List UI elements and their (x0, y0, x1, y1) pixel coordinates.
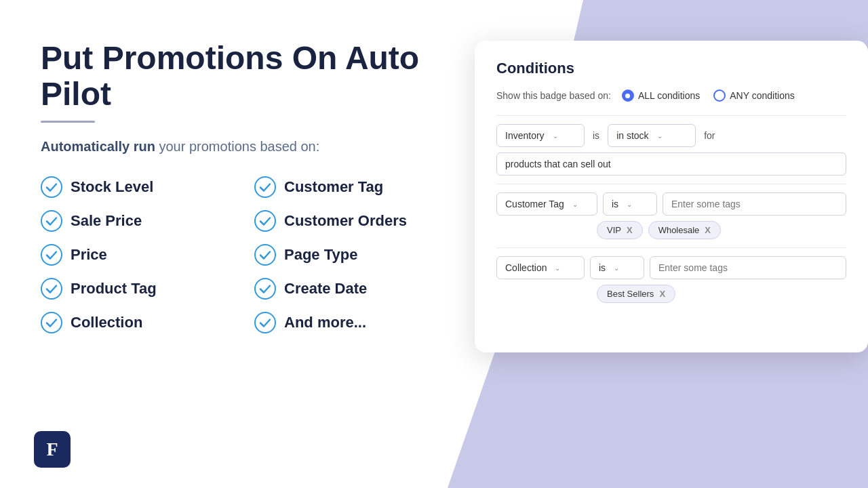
inventory-field-arrow: ⌄ (553, 132, 558, 140)
svg-point-5 (255, 245, 275, 265)
collection-operator-label: is (599, 262, 606, 273)
svg-point-6 (41, 279, 62, 299)
feature-label: Customer Tag (284, 178, 383, 196)
customer-tag-tags-row: VIP X Wholesale X (597, 221, 846, 239)
check-icon (254, 210, 276, 232)
customer-tag-op-arrow: ⌄ (627, 201, 632, 208)
svg-point-1 (255, 177, 275, 197)
condition-row-inventory: Inventory ⌄ is in stock ⌄ for products t… (496, 124, 846, 176)
best-sellers-tag-remove[interactable]: X (659, 289, 665, 299)
vip-tag-remove[interactable]: X (627, 225, 633, 235)
collection-field-arrow: ⌄ (555, 264, 560, 272)
all-label: ALL conditions (638, 90, 700, 101)
any-conditions-option[interactable]: ANY conditions (713, 89, 794, 102)
inventory-field-select[interactable]: Inventory ⌄ (496, 124, 585, 147)
feature-label: Stock Level (71, 178, 153, 196)
feature-label: Sale Price (71, 212, 142, 230)
all-radio[interactable] (622, 89, 634, 102)
collection-field-select[interactable]: Collection ⌄ (496, 256, 585, 279)
feature-label: Page Type (284, 246, 357, 264)
vip-tag-label: VIP (607, 225, 621, 235)
right-panel: Conditions Show this badge based on: ALL… (475, 41, 868, 461)
feature-item: Customer Orders (254, 210, 448, 232)
subtitle: Automatically run your promotions based … (41, 139, 448, 155)
svg-point-7 (255, 279, 275, 299)
customer-tag-operator-label: is (612, 199, 618, 209)
subtitle-rest: your promotions based on: (155, 139, 319, 154)
wholesale-tag-label: Wholesale (658, 225, 700, 235)
app-logo: F (34, 431, 71, 468)
any-label: ANY conditions (730, 90, 794, 101)
inventory-field-label: Inventory (505, 130, 545, 141)
inventory-for-value: products that can sell out (496, 152, 846, 176)
svg-point-9 (255, 312, 275, 333)
customer-tag-operator-select[interactable]: is ⌄ (603, 192, 657, 216)
inventory-value-select[interactable]: in stock ⌄ (608, 124, 696, 147)
feature-item: Sale Price (41, 210, 234, 232)
feature-item: And more... (254, 312, 448, 333)
customer-tag-arrow: ⌄ (572, 201, 578, 208)
check-icon (254, 278, 276, 300)
inventory-value-arrow: ⌄ (657, 132, 663, 140)
feature-item: Collection (41, 312, 234, 333)
card-title: Conditions (496, 60, 846, 77)
condition-row-customer-tag: Customer Tag ⌄ is ⌄ (496, 192, 846, 216)
feature-label: Create Date (284, 280, 367, 298)
collection-field-label: Collection (505, 262, 547, 273)
conditions-card: Conditions Show this badge based on: ALL… (475, 41, 868, 352)
feature-label: Product Tag (71, 280, 157, 298)
feature-item: Stock Level (41, 176, 234, 198)
collection-operator-select[interactable]: is ⌄ (590, 256, 644, 279)
divider-1 (496, 115, 846, 116)
feature-label: Collection (71, 314, 142, 331)
svg-point-3 (255, 211, 275, 231)
page-title: Put Promotions On Auto Pilot (41, 41, 448, 113)
feature-label: Price (71, 246, 107, 264)
check-icon (41, 244, 62, 266)
feature-item: Product Tag (41, 278, 234, 300)
feature-label: Customer Orders (284, 212, 407, 230)
badge-label: Show this badge based on: (496, 90, 611, 101)
check-icon (254, 176, 276, 198)
title-divider (41, 121, 95, 123)
feature-item: Customer Tag (254, 176, 448, 198)
all-conditions-option[interactable]: ALL conditions (622, 89, 700, 102)
check-icon (254, 244, 276, 266)
best-sellers-tag-label: Best Sellers (607, 289, 654, 299)
check-icon (254, 312, 276, 333)
collection-input[interactable] (650, 256, 846, 279)
best-sellers-tag: Best Sellers X (597, 285, 675, 303)
logo-letter: F (46, 439, 58, 460)
inventory-value-label: in stock (616, 130, 648, 141)
features-grid: Stock Level Customer Tag Sale Price (41, 176, 448, 333)
customer-tag-field-select[interactable]: Customer Tag ⌄ (496, 192, 597, 216)
customer-tag-field-label: Customer Tag (505, 199, 564, 209)
left-panel: Put Promotions On Auto Pilot Automatical… (41, 41, 448, 461)
collection-tags-row: Best Sellers X (597, 285, 846, 303)
customer-tag-input[interactable] (663, 192, 846, 216)
for-label: for (701, 130, 717, 141)
check-icon (41, 176, 62, 198)
feature-label: And more... (284, 314, 366, 331)
divider-2 (496, 184, 846, 184)
svg-point-4 (41, 245, 62, 265)
feature-item: Price (41, 244, 234, 266)
check-icon (41, 312, 62, 333)
vip-tag: VIP X (597, 221, 643, 239)
collection-op-arrow: ⌄ (614, 264, 619, 272)
check-icon (41, 278, 62, 300)
condition-row-collection: Collection ⌄ is ⌄ (496, 256, 846, 279)
divider-3 (496, 247, 846, 248)
check-icon (41, 210, 62, 232)
wholesale-tag: Wholesale X (648, 221, 721, 239)
svg-point-0 (41, 177, 62, 197)
wholesale-tag-remove[interactable]: X (705, 225, 711, 235)
subtitle-bold: Automatically run (41, 139, 155, 154)
inventory-operator-label: is (590, 130, 602, 141)
radio-group: ALL conditions ANY conditions (622, 89, 795, 102)
feature-item: Create Date (254, 278, 448, 300)
svg-point-2 (41, 211, 62, 231)
feature-item: Page Type (254, 244, 448, 266)
badge-condition-row: Show this badge based on: ALL conditions… (496, 89, 846, 102)
any-radio[interactable] (713, 89, 726, 102)
